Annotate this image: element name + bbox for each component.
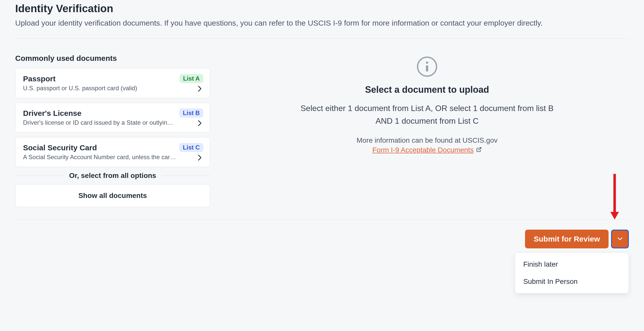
document-description: U.S. passport or U.S. passport card (val… — [23, 85, 176, 92]
submit-dropdown-menu: Finish later Submit In Person — [515, 252, 629, 293]
external-link-icon — [476, 147, 482, 153]
menu-item-finish-later[interactable]: Finish later — [515, 256, 629, 273]
show-all-documents-button[interactable]: Show all documents — [15, 184, 210, 207]
upload-instructions: Select either 1 document from List A, OR… — [295, 102, 559, 127]
chevron-down-icon — [617, 237, 623, 241]
svg-rect-1 — [426, 65, 428, 71]
page-subtitle: Upload your identity verification docume… — [15, 18, 629, 28]
info-icon — [417, 57, 437, 77]
page-title: Identity Verification — [15, 3, 629, 15]
document-description: A Social Security Account Number card, u… — [23, 154, 176, 161]
divider-text: Or, select from all options — [69, 172, 156, 180]
list-badge: List A — [179, 74, 203, 83]
chevron-right-icon — [196, 120, 203, 127]
document-description: Driver's license or ID card issued by a … — [23, 119, 176, 126]
svg-point-0 — [426, 62, 428, 64]
list-badge: List B — [179, 108, 203, 118]
submit-dropdown-toggle[interactable] — [611, 230, 629, 248]
document-title: Social Security Card — [23, 143, 176, 152]
form-i9-link[interactable]: Form I-9 Acceptable Documents — [372, 146, 474, 154]
divider-line — [162, 176, 210, 176]
upload-heading: Select a document to upload — [365, 84, 489, 95]
submit-button-group: Submit for Review Finish later Submit In… — [525, 230, 629, 248]
svg-marker-4 — [610, 212, 619, 219]
divider-or-select: Or, select from all options — [15, 172, 210, 180]
submit-for-review-button[interactable]: Submit for Review — [525, 230, 609, 248]
annotation-arrow-icon — [610, 174, 620, 220]
menu-item-submit-in-person[interactable]: Submit In Person — [515, 273, 629, 290]
chevron-right-icon — [196, 85, 203, 92]
document-title: Passport — [23, 75, 176, 83]
section-heading-common-documents: Commonly used documents — [15, 54, 210, 63]
more-info-text: More information can be found at USCIS.g… — [356, 136, 497, 144]
svg-line-2 — [478, 148, 481, 150]
document-card-passport[interactable]: Passport U.S. passport or U.S. passport … — [15, 68, 210, 98]
document-title: Driver's License — [23, 109, 176, 118]
divider-line — [15, 176, 63, 176]
header-block: Identity Verification Upload your identi… — [15, 0, 629, 39]
document-card-drivers-license[interactable]: Driver's License Driver's license or ID … — [15, 103, 210, 133]
document-card-social-security-card[interactable]: Social Security Card A Social Security A… — [15, 137, 210, 167]
list-badge: List C — [179, 143, 203, 152]
chevron-right-icon — [196, 154, 203, 161]
